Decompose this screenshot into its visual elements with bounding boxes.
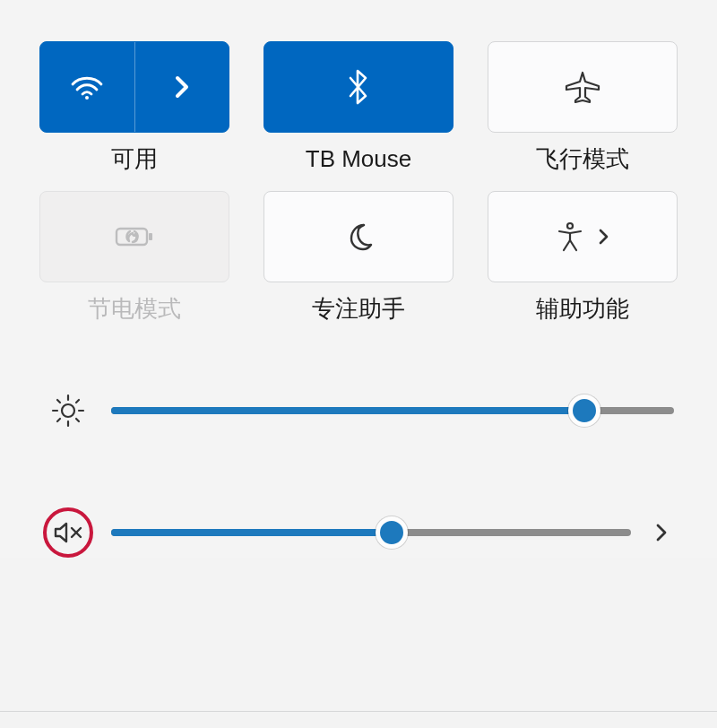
battery-saver-icon: [114, 223, 155, 250]
wifi-toggle-main[interactable]: [40, 42, 135, 132]
svg-line-11: [76, 400, 79, 403]
svg-point-4: [62, 404, 74, 417]
volume-slider-fill: [111, 529, 392, 536]
svg-line-12: [57, 419, 60, 421]
airplane-toggle[interactable]: [488, 41, 678, 133]
wifi-label: 可用: [111, 145, 158, 173]
brightness-slider[interactable]: [111, 407, 674, 414]
battery-saver-tile-wrap: 节电模式: [38, 191, 231, 323]
volume-slider-thumb[interactable]: [376, 516, 408, 549]
battery-saver-label: 节电模式: [88, 295, 181, 323]
brightness-slider-row: [43, 386, 674, 436]
volume-slider[interactable]: [111, 529, 631, 536]
accessibility-tile-wrap: 辅助功能: [486, 191, 679, 323]
highlight-ring: [43, 507, 93, 558]
svg-line-10: [76, 419, 79, 421]
chevron-right-icon: [171, 71, 193, 103]
battery-saver-toggle: [39, 191, 229, 282]
focus-assist-tile-wrap: 专注助手: [262, 191, 455, 323]
volume-mute-button[interactable]: [43, 507, 93, 558]
bluetooth-toggle[interactable]: [263, 41, 454, 133]
accessibility-toggle[interactable]: [488, 191, 678, 282]
bluetooth-label: TB Mouse: [306, 145, 412, 173]
tile-grid: 可用 TB Mouse 飞行模式: [38, 41, 679, 323]
volume-slider-row: [43, 507, 674, 558]
airplane-label: 飞行模式: [536, 145, 629, 173]
moon-icon: [343, 221, 374, 252]
accessibility-label: 辅助功能: [536, 295, 629, 323]
chevron-right-icon: [597, 227, 609, 247]
wifi-icon: [69, 73, 105, 101]
svg-rect-2: [149, 233, 152, 240]
svg-point-0: [85, 96, 89, 100]
airplane-icon: [564, 70, 601, 104]
speaker-mute-icon: [53, 519, 83, 546]
focus-assist-toggle[interactable]: [263, 191, 454, 282]
wifi-toggle[interactable]: [39, 41, 229, 133]
brightness-slider-thumb[interactable]: [568, 394, 600, 427]
svg-line-9: [57, 400, 60, 403]
volume-more-button[interactable]: [649, 521, 674, 544]
svg-point-3: [567, 223, 573, 229]
bluetooth-icon: [346, 67, 371, 107]
focus-assist-label: 专注助手: [312, 295, 405, 323]
brightness-slider-fill: [111, 407, 584, 414]
bluetooth-tile-wrap: TB Mouse: [262, 41, 455, 173]
quick-settings-panel: 可用 TB Mouse 飞行模式: [0, 0, 717, 558]
wifi-expand-button[interactable]: [135, 42, 229, 132]
airplane-tile-wrap: 飞行模式: [486, 41, 679, 173]
accessibility-icon: [556, 221, 584, 253]
wifi-tile-wrap: 可用: [38, 41, 231, 173]
brightness-icon[interactable]: [43, 386, 93, 436]
bottom-divider: [0, 711, 717, 712]
